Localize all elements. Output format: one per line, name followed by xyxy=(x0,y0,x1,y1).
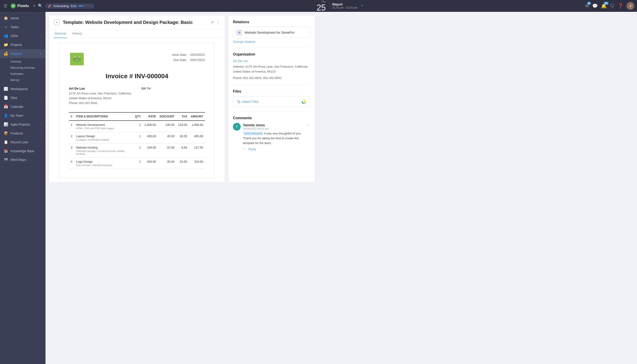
tab-general[interactable]: General xyxy=(54,29,67,38)
sidebar-label-mind-maps: Mind Maps xyxy=(10,158,42,162)
cell-tax: 28.35 xyxy=(176,132,189,144)
cell-rate: 2,000.00 xyxy=(143,120,158,132)
sidebar-item-knowledge-base[interactable]: 📚 Knowledge Base xyxy=(0,146,46,156)
relation-label: Website Development for StonePro xyxy=(244,31,294,34)
comment-avatar: T xyxy=(233,123,241,130)
template-body: ART DE LEX Issue Date: 04/23/2022 xyxy=(49,38,225,182)
sidebar-item-home[interactable]: 🏠 Home xyxy=(0,14,46,22)
files-area: 📎 Attach Files xyxy=(233,96,310,107)
like-button[interactable]: ♡ xyxy=(243,148,246,151)
relations-section: Relations Website Development for StoneP… xyxy=(233,20,310,48)
cell-discount: 100.00 xyxy=(158,120,176,132)
cell-tax: 8.93 xyxy=(176,144,189,158)
comments-section: Comments T Tammie Jones ⋯ 04/28/2022 09:… xyxy=(233,116,310,182)
agile-icon: 📊 xyxy=(4,122,8,126)
cell-amount: 405.00 xyxy=(189,132,205,144)
app-logo[interactable]: Flowlu xyxy=(10,3,29,9)
date-section: Thu 25 xyxy=(317,0,318,12)
reply-button[interactable]: Reply xyxy=(248,148,256,151)
cell-num: 4 xyxy=(69,158,74,169)
col-qty: QTY xyxy=(133,112,143,120)
svg-point-4 xyxy=(73,56,81,62)
mind-maps-icon: 🗺 xyxy=(4,158,8,162)
sidebar-label-my-team: My Team xyxy=(10,114,42,118)
sidebar-label-workspaces: Workspaces xyxy=(10,87,42,91)
record-lists-icon: 📋 xyxy=(4,140,8,144)
record-lists-arrow-icon: › xyxy=(41,140,42,144)
invoice-header-row: ART DE LEX Issue Date: 04/23/2022 xyxy=(69,52,205,66)
sidebar-label-projects: Projects xyxy=(10,43,39,47)
sidebar-item-products[interactable]: 📦 Products › xyxy=(0,129,46,138)
sidebar-label-tasks: Tasks xyxy=(10,25,42,29)
change-relations-link[interactable]: Change relations xyxy=(233,40,255,44)
col-rate: RATE xyxy=(143,112,158,120)
paperclip-icon: 📎 xyxy=(237,100,241,104)
invoice-number: Invoice # INV-000004 xyxy=(69,72,205,80)
header-actions: ↗ ⋮ xyxy=(210,20,220,25)
cell-amount: 315.00 xyxy=(189,158,205,169)
cell-discount: 35.00 xyxy=(158,158,176,169)
sidebar-item-projects[interactable]: 📁 Projects › xyxy=(0,40,46,49)
search-button[interactable]: 🔍 xyxy=(38,4,43,8)
due-date-row: Due Date: 05/07/2022 xyxy=(172,57,205,62)
comment-time: 04/28/2022 09:32 am xyxy=(243,127,310,130)
sidebar-sub-money[interactable]: Money xyxy=(0,77,46,83)
organization-section: Organization Art De Lex Address: 2175 Ji… xyxy=(233,52,310,85)
knowledge-base-icon: 📚 xyxy=(4,149,8,153)
sidebar-label-products: Products xyxy=(10,132,39,135)
org-name-link[interactable]: Art De Lex xyxy=(233,59,310,63)
sidebar-label-agile: Agile Projects xyxy=(10,122,39,126)
cell-tax: 133.00 xyxy=(176,120,189,132)
invoice-table: # ITEM & DESCRIPTIONS QTY RATE DISCOUNT … xyxy=(69,112,205,169)
sidebar-sub-recurring-invoices[interactable]: Recurring Invoices xyxy=(0,64,46,71)
sidebar-item-mind-maps[interactable]: 🗺 Mind Maps xyxy=(0,156,46,164)
org-address: Address: 2175 Jim Rosa Lane, San Francis… xyxy=(233,64,310,74)
sidebar-item-files[interactable]: 📄 Files › xyxy=(0,93,46,102)
date-num: 25 xyxy=(317,4,318,12)
mention-tag[interactable]: Julie Edwards xyxy=(243,132,263,135)
nav-center: Thu 25 Report 01:45 pm - 02:45 pm + xyxy=(97,0,318,12)
from-address: 2175 Jim Rosa Lane, San Francisco, Calif… xyxy=(69,91,132,101)
sidebar-item-agile-projects[interactable]: 📊 Agile Projects › xyxy=(0,120,46,129)
org-phone: Phone: 831-331-9541, 831-331-9541 xyxy=(233,76,310,80)
tab-history[interactable]: History xyxy=(72,29,83,38)
hamburger-menu[interactable]: ☰ xyxy=(3,2,8,9)
sidebar-item-calendar[interactable]: 📅 Calendar xyxy=(0,102,46,111)
more-options-icon[interactable]: ⋮ xyxy=(216,20,220,25)
relation-item[interactable]: Website Development for StonePro xyxy=(233,27,310,38)
table-header-row: # ITEM & DESCRIPTIONS QTY RATE DISCOUNT … xyxy=(69,112,205,120)
tasks-icon: ✓ xyxy=(4,25,8,29)
cell-discount: 45.00 xyxy=(158,132,176,144)
onboarding-button[interactable]: 🚀 Onboarding 5/13 xyxy=(45,4,94,9)
cell-item: Layout Design 10 pages, moderately styli… xyxy=(74,132,133,144)
comment-body: Tammie Jones ⋯ 04/28/2022 09:32 am Julie… xyxy=(243,123,310,150)
template-panel: × Template: Website Development and Desi… xyxy=(49,16,225,182)
new-item-button[interactable]: + xyxy=(33,4,36,9)
cell-rate: 450.00 xyxy=(143,132,158,144)
sidebar-item-my-team[interactable]: 👤 My Team xyxy=(0,111,46,120)
external-link-icon[interactable]: ↗ xyxy=(210,20,214,25)
sidebar-item-crm[interactable]: 👥 CRM › xyxy=(0,32,46,40)
attach-label: Attach Files xyxy=(242,100,259,104)
cell-item: Logo Design One concept, unlimited revis… xyxy=(74,158,133,169)
template-header: × Template: Website Development and Desi… xyxy=(49,16,225,29)
sidebar-item-workspaces[interactable]: ⬜ Workspaces xyxy=(0,84,46,93)
invoice-bill-to: Bill To: xyxy=(142,87,205,105)
comment-menu-button[interactable]: ⋯ xyxy=(307,123,310,127)
sidebar-sub-estimates[interactable]: Estimates xyxy=(0,71,46,77)
sidebar-item-record-lists[interactable]: 📋 Record Lists › xyxy=(0,138,46,146)
template-title: Template: Website Development and Design… xyxy=(63,20,208,25)
close-button[interactable]: × xyxy=(54,19,60,26)
sidebar-sub-invoices[interactable]: Invoices xyxy=(0,58,46,64)
google-drive-icon[interactable] xyxy=(302,99,306,104)
comment-actions: ♡ Reply xyxy=(243,148,310,151)
sidebar-label-finance: Finance xyxy=(10,52,38,56)
item-name: Website Development xyxy=(76,123,131,126)
sidebar-item-tasks[interactable]: ✓ Tasks xyxy=(0,22,46,32)
sidebar-item-finance[interactable]: 💰 Finance ∨ xyxy=(0,49,46,58)
onboarding-label: Onboarding xyxy=(53,4,69,8)
sidebar-label-calendar: Calendar xyxy=(10,105,42,108)
onboarding-progress: 5/13 xyxy=(70,4,76,8)
finance-submenu: Invoices Recurring Invoices Estimates Mo… xyxy=(0,58,46,84)
attach-files-button[interactable]: 📎 Attach Files xyxy=(237,100,259,104)
